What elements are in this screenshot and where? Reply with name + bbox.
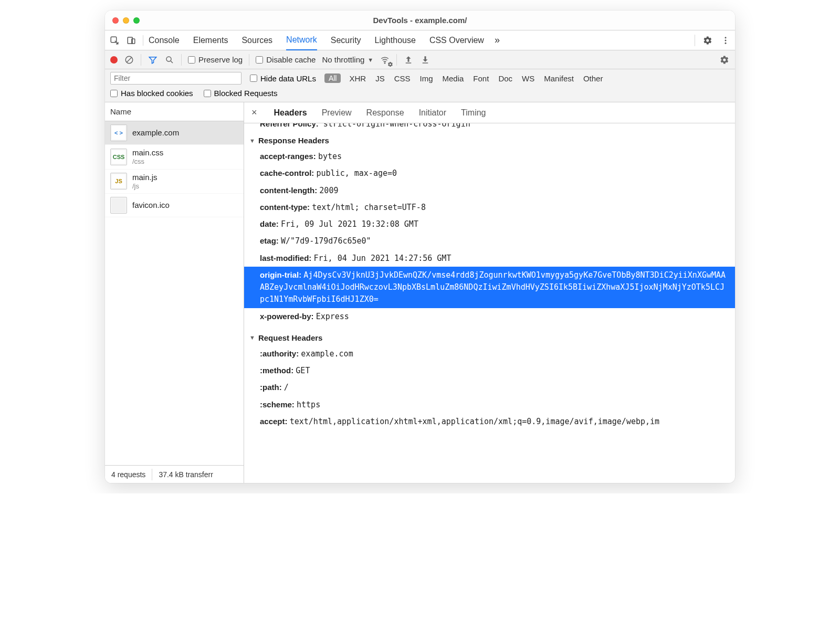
detail-tab-timing[interactable]: Timing bbox=[461, 102, 486, 123]
response-header-row[interactable]: content-type: text/html; charset=UTF-8 bbox=[244, 199, 735, 216]
preserve-log-label: Preserve log bbox=[198, 55, 243, 64]
throttling-value: No throttling bbox=[322, 55, 364, 64]
download-har-icon[interactable] bbox=[420, 55, 430, 65]
filter-type-doc[interactable]: Doc bbox=[498, 74, 512, 83]
filter-input[interactable] bbox=[110, 72, 242, 85]
disable-cache-checkbox[interactable]: Disable cache bbox=[256, 55, 316, 64]
svg-point-3 bbox=[725, 37, 727, 38]
search-icon[interactable] bbox=[164, 55, 175, 65]
request-row[interactable]: favicon.ico bbox=[105, 194, 244, 217]
filter-type-js[interactable]: JS bbox=[375, 74, 385, 83]
chevron-down-icon: ▼ bbox=[368, 57, 373, 63]
close-detail-button[interactable]: × bbox=[251, 107, 257, 118]
chevron-down-icon: ▼ bbox=[249, 334, 255, 341]
header-key: accept: bbox=[260, 417, 290, 426]
request-row[interactable]: < >example.com bbox=[105, 121, 244, 145]
more-tabs-button[interactable]: » bbox=[495, 30, 500, 50]
file-type-icon bbox=[110, 197, 127, 214]
filter-type-media[interactable]: Media bbox=[443, 74, 464, 83]
throttling-select[interactable]: No throttling ▼ bbox=[322, 55, 373, 64]
response-header-row[interactable]: cache-control: public, max-age=0 bbox=[244, 165, 735, 182]
divider bbox=[141, 54, 141, 66]
filter-type-all[interactable]: All bbox=[324, 73, 341, 83]
response-headers-section[interactable]: ▼ Response Headers bbox=[244, 133, 735, 148]
detail-tab-preview[interactable]: Preview bbox=[322, 102, 352, 123]
divider bbox=[181, 54, 182, 66]
header-referrer-policy: Referrer Policy: strict-origin-when-cros… bbox=[244, 123, 735, 133]
response-header-row[interactable]: origin-trial: Aj4DysCv3VjknU3jJvkDEwnQZK… bbox=[244, 267, 735, 308]
header-value: / bbox=[284, 383, 289, 392]
upload-har-icon[interactable] bbox=[403, 55, 414, 65]
kebab-menu-icon[interactable] bbox=[720, 35, 731, 46]
window-maximize-button[interactable] bbox=[133, 17, 140, 24]
header-key: accept-ranges: bbox=[260, 152, 318, 161]
response-header-row[interactable]: last-modified: Fri, 04 Jun 2021 14:27:56… bbox=[244, 250, 735, 267]
tab-security[interactable]: Security bbox=[331, 30, 361, 50]
svg-rect-11 bbox=[406, 62, 412, 64]
header-value: GET bbox=[296, 366, 310, 375]
panel-settings-icon[interactable] bbox=[719, 55, 730, 65]
request-row[interactable]: JSmain.js/js bbox=[105, 170, 244, 194]
device-toggle-icon[interactable] bbox=[126, 35, 136, 46]
request-list-header[interactable]: Name bbox=[105, 102, 244, 121]
header-key: :authority: bbox=[260, 349, 301, 358]
header-value: bytes bbox=[318, 152, 342, 161]
detail-tab-response[interactable]: Response bbox=[366, 102, 404, 123]
filter-type-css[interactable]: CSS bbox=[394, 74, 411, 83]
response-header-row[interactable]: date: Fri, 09 Jul 2021 19:32:08 GMT bbox=[244, 216, 735, 233]
tab-console[interactable]: Console bbox=[149, 30, 180, 50]
request-header-row[interactable]: :scheme: https bbox=[244, 396, 735, 413]
window-close-button[interactable] bbox=[112, 17, 119, 24]
filter-icon[interactable] bbox=[148, 55, 158, 65]
request-header-row[interactable]: :path: / bbox=[244, 379, 735, 396]
filter-type-manifest[interactable]: Manifest bbox=[544, 74, 574, 83]
blocked-requests-checkbox[interactable]: Blocked Requests bbox=[204, 89, 278, 98]
request-header-row[interactable]: accept: text/html,application/xhtml+xml,… bbox=[244, 413, 735, 430]
detail-tab-initiator[interactable]: Initiator bbox=[419, 102, 446, 123]
tab-network[interactable]: Network bbox=[286, 31, 317, 50]
filter-type-other[interactable]: Other bbox=[583, 74, 603, 83]
header-value: 2009 bbox=[319, 186, 338, 195]
chevron-down-icon: ▼ bbox=[249, 138, 255, 144]
request-name: favicon.ico bbox=[132, 201, 170, 210]
response-header-row[interactable]: content-length: 2009 bbox=[244, 182, 735, 199]
request-header-row[interactable]: :method: GET bbox=[244, 362, 735, 379]
request-header-row[interactable]: :authority: example.com bbox=[244, 345, 735, 362]
has-blocked-cookies-checkbox[interactable]: Has blocked cookies bbox=[110, 89, 193, 98]
preserve-log-checkbox[interactable]: Preserve log bbox=[188, 55, 243, 64]
filter-type-xhr[interactable]: XHR bbox=[349, 74, 366, 83]
svg-point-8 bbox=[166, 57, 171, 61]
filter-type-ws[interactable]: WS bbox=[522, 74, 534, 83]
tab-css-overview[interactable]: CSS Overview bbox=[429, 30, 484, 50]
status-bar: 4 requests 37.4 kB transferr bbox=[105, 465, 244, 483]
request-row[interactable]: CSSmain.css/css bbox=[105, 145, 244, 170]
settings-icon[interactable] bbox=[702, 35, 713, 46]
request-headers-section[interactable]: ▼ Request Headers bbox=[244, 330, 735, 345]
response-header-row[interactable]: x-powered-by: Express bbox=[244, 308, 735, 325]
devtools-window: DevTools - example.com/ ConsoleElementsS… bbox=[105, 10, 735, 483]
tab-elements[interactable]: Elements bbox=[193, 30, 228, 50]
response-header-row[interactable]: etag: W/"7d9-179d76c65e0" bbox=[244, 233, 735, 249]
clear-icon[interactable] bbox=[124, 55, 134, 65]
svg-line-7 bbox=[127, 57, 132, 62]
header-key: content-type: bbox=[260, 203, 312, 212]
record-button[interactable] bbox=[110, 56, 118, 64]
svg-line-9 bbox=[171, 61, 173, 63]
header-key: content-length: bbox=[260, 186, 319, 195]
header-value: Fri, 09 Jul 2021 19:32:08 GMT bbox=[281, 219, 418, 229]
tab-sources[interactable]: Sources bbox=[242, 30, 272, 50]
detail-tab-headers[interactable]: Headers bbox=[274, 102, 307, 123]
divider bbox=[249, 54, 249, 66]
inspect-icon[interactable] bbox=[109, 35, 120, 46]
headers-view[interactable]: Referrer Policy: strict-origin-when-cros… bbox=[244, 123, 735, 483]
hide-data-urls-checkbox[interactable]: Hide data URLs bbox=[250, 74, 316, 83]
window-minimize-button[interactable] bbox=[123, 17, 129, 24]
header-value: example.com bbox=[301, 349, 353, 359]
header-value: W/"7d9-179d76c65e0" bbox=[281, 236, 371, 246]
response-header-row[interactable]: accept-ranges: bytes bbox=[244, 148, 735, 165]
window-traffic-lights bbox=[105, 17, 140, 24]
filter-type-img[interactable]: Img bbox=[419, 74, 433, 83]
tab-lighthouse[interactable]: Lighthouse bbox=[375, 30, 416, 50]
network-conditions-icon[interactable] bbox=[380, 55, 390, 65]
filter-type-font[interactable]: Font bbox=[473, 74, 489, 83]
